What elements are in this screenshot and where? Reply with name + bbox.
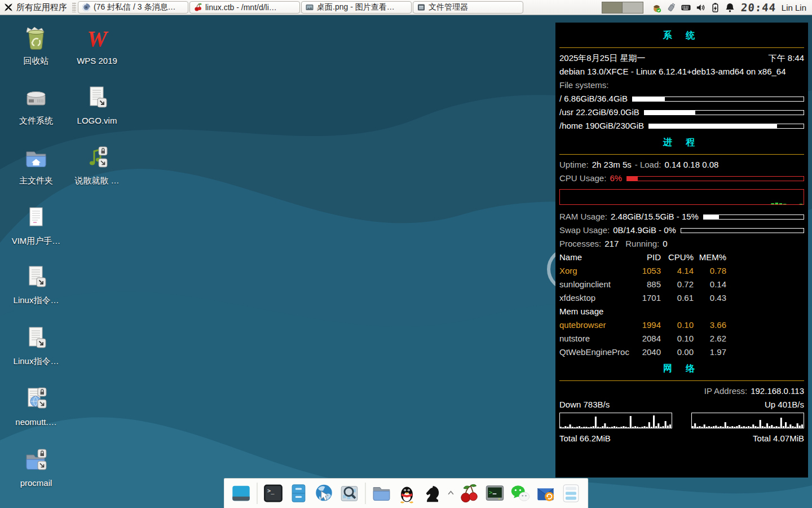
web-doc-lock-icon xyxy=(23,386,50,413)
dock-launcher-mail-sync[interactable] xyxy=(535,482,557,505)
dock-launcher-terminal-green[interactable]: > xyxy=(484,482,506,505)
running-label: Running: xyxy=(625,237,659,251)
cherrytree-icon xyxy=(458,482,481,505)
xfce-desktop: { "panel": { "menu_label": "所有应用程序", "wi… xyxy=(0,0,812,508)
download-speed: Down 783B/s xyxy=(559,398,610,411)
dock-launcher-list-panel[interactable] xyxy=(560,482,582,505)
desktop-icon-doc-link[interactable]: Linux指令… xyxy=(7,325,65,367)
folder-lock-icon xyxy=(23,447,50,474)
desktop-icon-doc-link[interactable]: Linux指令… xyxy=(7,264,65,306)
chess-knight-icon xyxy=(421,482,444,505)
process-row: QtWebEngineProc20400.001.97 xyxy=(559,345,804,359)
filesystem-label: /home 190GiB/230GiB xyxy=(559,119,644,133)
doc-link-icon xyxy=(23,325,50,352)
dock-launcher-show-desktop[interactable] xyxy=(230,482,253,505)
nutstore-icon[interactable] xyxy=(651,2,662,13)
section-title-processes: 进 程 xyxy=(559,133,804,150)
keyboard-icon[interactable] xyxy=(681,2,691,13)
swap-usage-bar xyxy=(681,228,804,233)
workspace-2[interactable] xyxy=(623,2,643,14)
desktop-icon-web-doc-lock[interactable]: neomutt.… xyxy=(7,386,65,427)
system-tray xyxy=(651,2,735,13)
dock-launcher-cabinet[interactable] xyxy=(288,482,310,505)
processes-label: Processes: xyxy=(559,237,601,251)
volume-icon[interactable] xyxy=(695,2,706,13)
filesystem-bar xyxy=(632,97,804,102)
mem-usage-label: Mem usage xyxy=(559,305,804,318)
caret-icon xyxy=(447,482,456,505)
battery-icon[interactable] xyxy=(710,2,721,13)
dock-separator xyxy=(365,483,366,504)
cherrytree-small-icon xyxy=(193,3,202,12)
desktop-icon-label: 主文件夹 xyxy=(7,176,65,186)
dock-launcher-app-finder[interactable] xyxy=(338,482,361,505)
workspace-1[interactable] xyxy=(602,2,623,14)
window-button-1[interactable]: linux.ctb - /mnt/d/li… xyxy=(189,1,300,14)
desktop-icon-folder-lock[interactable]: procmail xyxy=(7,447,65,488)
section-divider xyxy=(559,380,804,381)
process-row: nutstore20840.102.62 xyxy=(559,332,804,345)
desktop-icon-label: Linux指令… xyxy=(7,295,65,306)
user-name-label[interactable]: Lin Lin xyxy=(782,3,806,12)
desktop-icon-recycle-bin[interactable]: 回收站 xyxy=(7,25,65,67)
filesystem-label: /usr 22.2GiB/69.0GiB xyxy=(559,106,639,119)
show-desktop-icon xyxy=(230,482,253,505)
desktop-icon-label: 文件系统 xyxy=(7,116,65,126)
ip-address-value: 192.168.0.113 xyxy=(751,384,804,398)
desktop-icon-filesystem[interactable]: 文件系统 xyxy=(7,85,65,126)
cpu-usage-value: 6% xyxy=(610,172,622,185)
filesystem-label: / 6.86GiB/36.4GiB xyxy=(559,92,628,106)
upload-speed: Up 401B/s xyxy=(765,398,804,411)
panel-handle[interactable] xyxy=(72,2,76,12)
filesystem-row: /usr 22.2GiB/69.0GiB xyxy=(559,106,804,119)
filesystem-row: /home 190GiB/230GiB xyxy=(559,119,804,133)
applications-menu-button[interactable]: 所有应用程序 xyxy=(2,1,70,14)
wechat-icon xyxy=(509,482,532,505)
dock-expander-caret[interactable] xyxy=(447,482,456,505)
globe-browser-icon xyxy=(313,482,336,505)
dock-launcher-cherrytree[interactable] xyxy=(458,482,481,505)
mail-sync-icon xyxy=(535,482,557,505)
terminal-dark-icon: >_ xyxy=(262,482,285,505)
desktop-icon-doc-link[interactable]: LOGO.vim xyxy=(68,85,126,125)
dock-launcher-wechat[interactable] xyxy=(509,482,532,505)
cabinet-icon xyxy=(288,482,310,505)
doc-link-icon xyxy=(83,85,111,112)
process-row: Xorg10534.140.78 xyxy=(559,264,804,278)
bell-icon[interactable] xyxy=(725,2,735,13)
list-panel-icon xyxy=(560,482,582,505)
filesystem-bar xyxy=(648,124,804,129)
desktop-icon-home-folder[interactable]: 主文件夹 xyxy=(7,144,65,186)
window-button-0[interactable]: (76 封私信 / 3 条消息… xyxy=(78,1,188,14)
qutebrowser-icon xyxy=(82,3,91,12)
panel-clock[interactable]: 20:44 xyxy=(740,1,776,14)
dock-launcher-globe-browser[interactable] xyxy=(313,482,336,505)
desktop-icon-wps[interactable]: WWPS 2019 xyxy=(68,25,126,65)
dock-launcher-terminal-dark[interactable]: >_ xyxy=(262,482,285,505)
upload-total: Total 4.07MiB xyxy=(753,432,804,445)
usb-icon[interactable] xyxy=(666,2,677,13)
desktop-icon-label: VIM用户手… xyxy=(7,236,65,247)
desktop-icon-doc[interactable]: VIM用户手… xyxy=(7,205,65,247)
filesystem-row: / 6.86GiB/36.4GiB xyxy=(559,92,804,106)
dock-launcher-folder[interactable] xyxy=(370,482,393,505)
conky-system-monitor: 系 统 2025年8月25日 星期一 下午 8:44 debian 13.0/X… xyxy=(555,23,808,478)
window-button-2[interactable]: 桌面.png - 图片查看… xyxy=(301,1,412,14)
applications-menu-icon xyxy=(3,2,14,12)
cpu-usage-label: CPU Usage: xyxy=(559,172,606,185)
top-panel: 所有应用程序 (76 封私信 / 3 条消息…linux.ctb - /mnt/… xyxy=(0,0,812,15)
desktop-icon-music-lock[interactable]: 说散就散 … xyxy=(68,144,126,186)
swap-usage-label: Swap Usage: xyxy=(559,224,610,237)
section-title-network: 网 络 xyxy=(559,359,804,376)
window-button-3[interactable]: 文件管理器 xyxy=(413,1,523,14)
processes-count: 217 xyxy=(604,237,619,251)
desktop-icon-label: neomutt.… xyxy=(7,417,65,427)
window-button-label: (76 封私信 / 3 条消息… xyxy=(94,2,175,12)
dock-separator xyxy=(257,483,258,504)
wps-icon: W xyxy=(83,25,111,52)
qq-icon xyxy=(396,482,418,505)
ram-usage-label: RAM Usage: xyxy=(559,210,607,224)
desktop-icon-label: 说散就散 … xyxy=(68,176,126,186)
dock-launcher-chess-knight[interactable] xyxy=(421,482,444,505)
dock-launcher-qq[interactable] xyxy=(396,482,418,505)
